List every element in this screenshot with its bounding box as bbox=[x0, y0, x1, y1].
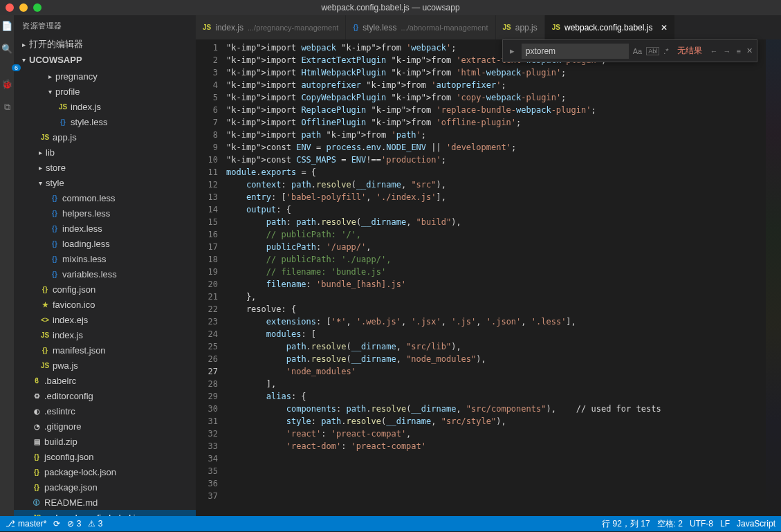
tree-item-label: index.ejs bbox=[53, 315, 88, 325]
find-selection-icon[interactable]: ≡ bbox=[735, 46, 742, 57]
file-item[interactable]: JSapp.js bbox=[14, 129, 196, 145]
problems-warnings[interactable]: ⚠ 3 bbox=[88, 519, 102, 529]
js-file-icon: JS bbox=[39, 134, 51, 141]
explorer-icon[interactable]: 📄 bbox=[1, 21, 12, 31]
search-icon[interactable]: 🔍 bbox=[1, 44, 12, 54]
chevron-right-icon: ▸ bbox=[39, 164, 46, 172]
file-item[interactable]: JSpwa.js bbox=[14, 358, 196, 373]
activity-bar: 📄 🔍 6 🐞 ⧉ bbox=[0, 15, 14, 516]
file-item[interactable]: {}loading.less bbox=[14, 236, 196, 251]
find-close-icon[interactable]: ✕ bbox=[745, 45, 754, 57]
tree-item-label: build.zip bbox=[44, 437, 77, 447]
file-item[interactable]: {}package-lock.json bbox=[14, 464, 196, 479]
js-file-icon: JS bbox=[39, 331, 51, 339]
less-file-icon: {} bbox=[48, 240, 61, 248]
tab-file-icon: JS bbox=[203, 24, 211, 31]
file-item[interactable]: {}variables.less bbox=[14, 266, 196, 282]
window-controls bbox=[6, 3, 42, 12]
file-item[interactable]: {}config.json bbox=[14, 282, 196, 297]
file-item[interactable]: {}jsconfig.json bbox=[14, 449, 196, 464]
json-file-icon: {} bbox=[30, 453, 43, 461]
editor-tab[interactable]: {}style.less.../abnormal-management bbox=[346, 15, 495, 39]
match-case-icon[interactable]: Aa bbox=[632, 46, 643, 57]
close-window-icon[interactable] bbox=[6, 3, 14, 12]
tree-item-label: favicon.ico bbox=[53, 300, 95, 310]
chevron-down-icon: ▾ bbox=[48, 88, 55, 95]
file-item[interactable]: {}style.less bbox=[14, 114, 196, 129]
less-file-icon: {} bbox=[57, 118, 69, 126]
file-item[interactable]: ◔.gitignore bbox=[14, 419, 196, 434]
tree-item-label: profile bbox=[55, 86, 80, 97]
titlebar: webpack.config.babel.js — ucowsapp bbox=[0, 0, 781, 15]
code-editor[interactable]: 1234567891011121314151617181920212223242… bbox=[196, 39, 781, 516]
tree-item-label: style bbox=[46, 178, 64, 188]
file-item[interactable]: JSwebpack.config.babel.js bbox=[14, 510, 196, 516]
file-item[interactable]: JSindex.js bbox=[14, 99, 196, 114]
file-item[interactable]: ϐ.babelrc bbox=[14, 373, 196, 388]
find-next-icon[interactable]: → bbox=[722, 46, 733, 57]
chevron-right-icon: ▸ bbox=[39, 149, 46, 156]
tree-item-label: .eslintrc bbox=[44, 406, 75, 416]
tab-close-icon[interactable]: ✕ bbox=[656, 23, 668, 33]
eol-status[interactable]: LF bbox=[720, 519, 730, 529]
file-item[interactable]: ★favicon.ico bbox=[14, 297, 196, 312]
js-file-icon: JS bbox=[39, 362, 51, 369]
folder-item[interactable]: ▸lib bbox=[14, 145, 196, 160]
folder-item[interactable]: ▸store bbox=[14, 160, 196, 175]
less-file-icon: {} bbox=[48, 255, 61, 263]
tree-item-label: README.md bbox=[44, 497, 98, 508]
extensions-icon[interactable]: ⧉ bbox=[4, 102, 10, 113]
file-item[interactable]: {}package.json bbox=[14, 479, 196, 495]
file-item[interactable]: 🛈README.md bbox=[14, 495, 196, 510]
file-item[interactable]: {}common.less bbox=[14, 190, 196, 205]
less-file-icon: {} bbox=[48, 225, 61, 232]
maximize-window-icon[interactable] bbox=[33, 3, 42, 12]
json-file-icon: {} bbox=[30, 484, 43, 491]
tree-item-label: pwa.js bbox=[53, 360, 78, 371]
file-item[interactable]: ◐.eslintrc bbox=[14, 403, 196, 419]
tree-item-label: lib bbox=[46, 147, 55, 158]
json-file-icon: {} bbox=[39, 286, 51, 293]
tab-label: index.js bbox=[215, 23, 244, 33]
tree-item-label: package-lock.json bbox=[44, 467, 116, 477]
open-editors-section[interactable]: ▸打开的编辑器 bbox=[14, 37, 196, 52]
editor-tab[interactable]: JSapp.js bbox=[496, 15, 545, 39]
language-status[interactable]: JavaScript bbox=[737, 519, 775, 529]
regex-icon[interactable]: .* bbox=[662, 46, 670, 57]
sync-icon[interactable]: ⟳ bbox=[53, 519, 60, 529]
find-input[interactable] bbox=[522, 44, 629, 59]
debug-icon[interactable]: 🐞 bbox=[1, 79, 12, 89]
editor-tab[interactable]: JSindex.js.../pregnancy-management bbox=[196, 15, 346, 39]
folder-item[interactable]: ▸pregnancy bbox=[14, 68, 196, 84]
file-item[interactable]: {}manifest.json bbox=[14, 342, 196, 358]
less-file-icon: {} bbox=[48, 270, 61, 278]
encoding-status[interactable]: UTF-8 bbox=[690, 519, 713, 529]
cursor-position[interactable]: 行 92，列 17 bbox=[602, 518, 650, 530]
file-item[interactable]: ⚙.editorconfig bbox=[14, 388, 196, 403]
editor-tab[interactable]: JSwebpack.config.babel.js✕ bbox=[545, 15, 676, 39]
file-item[interactable]: {}index.less bbox=[14, 221, 196, 236]
tree-item-label: style.less bbox=[71, 117, 107, 127]
indent-status[interactable]: 空格: 2 bbox=[657, 518, 683, 530]
eslint-file-icon: ◐ bbox=[30, 407, 43, 415]
file-item[interactable]: {}helpers.less bbox=[14, 205, 196, 221]
folder-item[interactable]: ▾profile bbox=[14, 84, 196, 99]
find-toggle-icon[interactable]: ▸ bbox=[506, 46, 519, 56]
match-whole-word-icon[interactable]: Abl bbox=[646, 47, 659, 55]
tree-item-label: webpack.config.babel.js bbox=[44, 513, 140, 517]
line-numbers: 1234567891011121314151617181920212223242… bbox=[196, 39, 226, 516]
chevron-right-icon: ▸ bbox=[48, 73, 55, 80]
problems-errors[interactable]: ⊘ 3 bbox=[67, 519, 81, 529]
git-branch[interactable]: ⎇master* bbox=[6, 519, 46, 529]
folder-item[interactable]: ▾style bbox=[14, 175, 196, 190]
minimize-window-icon[interactable] bbox=[19, 3, 28, 12]
file-item[interactable]: JSindex.js bbox=[14, 327, 196, 342]
tree-item-label: mixins.less bbox=[62, 254, 107, 264]
minimap[interactable] bbox=[766, 39, 781, 516]
code-content[interactable]: "k-imp">import webpack "k-imp">from 'web… bbox=[226, 39, 766, 516]
file-item[interactable]: {}mixins.less bbox=[14, 251, 196, 266]
project-root[interactable]: ▾UCOWSAPP bbox=[14, 52, 196, 67]
file-item[interactable]: ▤build.zip bbox=[14, 434, 196, 449]
find-prev-icon[interactable]: ← bbox=[709, 46, 719, 57]
file-item[interactable]: <>index.ejs bbox=[14, 312, 196, 327]
